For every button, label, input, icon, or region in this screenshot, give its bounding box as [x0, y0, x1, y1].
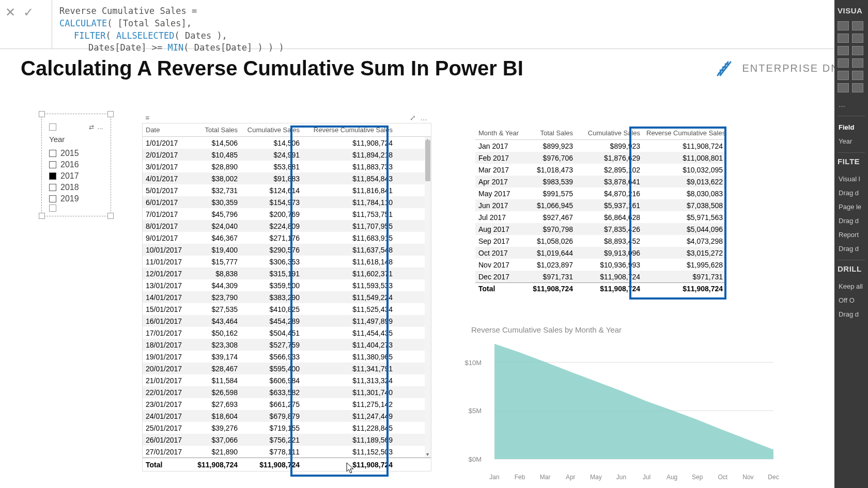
slicer-item-2019[interactable]: 2019 [49, 193, 103, 204]
viz-icon[interactable] [852, 71, 863, 80]
visual-focus-icon[interactable]: ⤢ [410, 114, 416, 122]
viz-icon[interactable] [838, 58, 849, 68]
viz-icon[interactable] [838, 46, 849, 55]
year-slicer[interactable]: ⇄ … Year 20152016201720182019 [41, 114, 111, 216]
daily-table-body[interactable]: 1/01/2017$14,506$14,506$11,908,7242/01/2… [143, 137, 431, 458]
chart-visual[interactable]: Reverse Cumulative Sales by Month & Year… [471, 325, 786, 469]
drill-toggle[interactable]: Off O [838, 293, 865, 307]
slicer-item-2015[interactable]: 2015 [49, 148, 103, 159]
table-row[interactable]: 3/01/2017$28,890$53,881$11,883,733 [143, 161, 425, 172]
resize-handle[interactable] [107, 111, 114, 117]
viz-icon[interactable] [838, 34, 849, 43]
viz-gallery[interactable] [838, 21, 865, 92]
table-row[interactable]: Nov 2017$1,023,897$10,936,993$1,995,628 [475, 259, 726, 271]
table-row[interactable]: Aug 2017$970,798$7,835,426$5,044,096 [475, 223, 726, 235]
table-row[interactable]: Jun 2017$1,066,945$5,937,161$7,038,508 [475, 199, 726, 211]
scroll-thumb[interactable] [425, 140, 430, 181]
visualizations-pane[interactable]: VISUA … Field Year FILTE Visual l Drag d… [834, 0, 868, 488]
col-cumulative[interactable]: Cumulative Sales [576, 129, 643, 137]
table-row[interactable]: 4/01/2017$38,002$91,883$11,854,843 [143, 172, 425, 184]
visual-more-icon[interactable]: … [420, 114, 428, 122]
table-row[interactable]: 14/01/2017$23,790$383,290$11,549,224 [143, 291, 425, 303]
table-row[interactable]: 2/01/2017$10,485$24,991$11,894,218 [143, 149, 425, 161]
checkbox-icon[interactable] [49, 195, 56, 202]
table-row[interactable]: 6/01/2017$30,359$154,973$11,784,110 [143, 196, 425, 208]
slicer-item-2016[interactable]: 2016 [49, 159, 103, 170]
slicer-item-2017[interactable]: 2017 [49, 170, 103, 182]
viz-icon[interactable] [852, 83, 863, 92]
formula-text[interactable]: Reverse Cumulative Sales = CALCULATE( [T… [52, 0, 868, 49]
viz-icon[interactable] [838, 71, 849, 80]
table-row[interactable]: Mar 2017$1,018,473$2,895,102$10,032,095 [475, 164, 726, 176]
pane-more-icon[interactable]: … [838, 98, 865, 112]
table-row[interactable]: 5/01/2017$32,731$124,614$11,816,841 [143, 184, 425, 196]
table-row[interactable]: 1/01/2017$14,506$14,506$11,908,724 [143, 137, 425, 149]
viz-icon[interactable] [852, 34, 863, 43]
filter-drop[interactable]: Drag d [838, 214, 865, 228]
table-row[interactable]: 7/01/2017$45,796$200,769$11,753,751 [143, 208, 425, 220]
slicer-clear-icon[interactable]: ⇄ [89, 123, 94, 131]
col-monthyear[interactable]: Month & Year [475, 129, 524, 137]
table-row[interactable]: 26/01/2017$37,066$756,221$11,189,569 [143, 434, 425, 446]
table-row[interactable]: Dec 2017$971,731$11,908,724$971,731 [475, 271, 726, 282]
table-row[interactable]: 15/01/2017$27,535$410,825$11,525,434 [143, 303, 425, 315]
scroll-down-icon[interactable]: ▾ [425, 451, 430, 458]
checkbox-icon[interactable] [49, 184, 56, 191]
table-row[interactable]: Sep 2017$1,058,026$8,893,452$4,073,298 [475, 235, 726, 247]
filter-report-level[interactable]: Report [838, 228, 865, 242]
table-row[interactable]: 8/01/2017$24,040$224,809$11,707,955 [143, 220, 425, 232]
table-row[interactable]: 22/01/2017$26,598$633,582$11,301,740 [143, 386, 425, 398]
drill-drop[interactable]: Drag d [838, 307, 865, 321]
table-row[interactable]: Jan 2017$899,923$899,923$11,908,724 [475, 140, 726, 152]
viz-icon[interactable] [852, 46, 863, 55]
viz-icon[interactable] [838, 83, 849, 92]
table-row[interactable]: 10/01/2017$19,400$290,576$11,637,548 [143, 244, 425, 256]
visual-options-icon[interactable]: ≡ [145, 114, 149, 122]
viz-icon[interactable] [852, 21, 863, 30]
col-total-sales[interactable]: Total Sales [524, 129, 576, 137]
table-row[interactable]: Apr 2017$983,539$3,878,641$9,013,622 [475, 176, 726, 187]
formula-commit-icon[interactable]: ✓ [23, 5, 34, 20]
table-row[interactable]: 17/01/2017$50,162$504,451$11,454,435 [143, 327, 425, 339]
slicer-item-2018[interactable]: 2018 [49, 182, 103, 193]
table-row[interactable]: 18/01/2017$23,308$527,759$11,404,273 [143, 339, 425, 351]
filter-visual-level[interactable]: Visual l [838, 172, 865, 186]
table-row[interactable]: Feb 2017$976,706$1,876,629$11,008,801 [475, 152, 726, 164]
col-reverse[interactable]: Reverse Cumulative Sales [643, 129, 726, 137]
table-row[interactable]: 13/01/2017$44,309$359,500$11,593,533 [143, 279, 425, 291]
table-row[interactable]: 16/01/2017$43,464$454,289$11,497,899 [143, 315, 425, 327]
col-total-sales[interactable]: Total Sales [192, 125, 241, 134]
table-row[interactable]: 25/01/2017$39,276$719,155$11,228,845 [143, 422, 425, 434]
table-row[interactable]: 21/01/2017$11,584$606,984$11,313,324 [143, 374, 425, 386]
scrollbar[interactable]: ▴ ▾ [425, 137, 431, 458]
filter-page-level[interactable]: Page le [838, 200, 865, 214]
viz-icon[interactable] [838, 21, 849, 30]
drill-keep[interactable]: Keep all [838, 279, 865, 293]
field-well-item[interactable]: Year [838, 134, 865, 148]
checkbox-icon[interactable] [49, 161, 56, 168]
table-row[interactable]: 19/01/2017$39,174$566,933$11,380,965 [143, 351, 425, 363]
resize-handle[interactable] [39, 111, 45, 117]
table-row[interactable]: 24/01/2017$18,604$679,879$11,247,449 [143, 410, 425, 422]
table-row[interactable]: Oct 2017$1,019,644$9,913,096$3,015,272 [475, 247, 726, 259]
col-reverse[interactable]: Reverse Cumulative Sales [303, 125, 396, 134]
table-row[interactable]: 12/01/2017$8,838$315,191$11,602,371 [143, 267, 425, 279]
daily-table-visual[interactable]: ≡ ⤢ … Date Total Sales Cumulative Sales … [142, 113, 431, 471]
formula-cancel-icon[interactable]: ✕ [5, 5, 16, 20]
monthly-table-visual[interactable]: Month & Year Total Sales Cumulative Sale… [475, 127, 726, 294]
checkbox-icon[interactable] [49, 150, 56, 157]
slicer-more-icon[interactable]: … [97, 123, 103, 131]
table-row[interactable]: 23/01/2017$27,693$661,275$11,275,142 [143, 398, 425, 410]
table-row[interactable]: Jul 2017$927,467$6,864,628$5,971,563 [475, 211, 726, 223]
col-cumulative[interactable]: Cumulative Sales [241, 125, 303, 134]
resize-handle[interactable] [39, 213, 45, 219]
resize-handle[interactable] [107, 213, 114, 219]
filter-drop[interactable]: Drag d [838, 186, 865, 200]
filter-drop[interactable]: Drag d [838, 242, 865, 256]
checkbox-icon[interactable] [49, 172, 56, 180]
table-row[interactable]: 9/01/2017$46,367$271,176$11,683,915 [143, 232, 425, 244]
table-row[interactable]: 11/01/2017$15,777$306,353$11,618,148 [143, 256, 425, 267]
table-row[interactable]: 27/01/2017$21,890$778,111$11,152,503 [143, 446, 425, 458]
table-row[interactable]: 20/01/2017$28,467$595,400$11,341,791 [143, 363, 425, 374]
table-row[interactable]: May 2017$991,575$4,870,216$8,030,083 [475, 187, 726, 199]
